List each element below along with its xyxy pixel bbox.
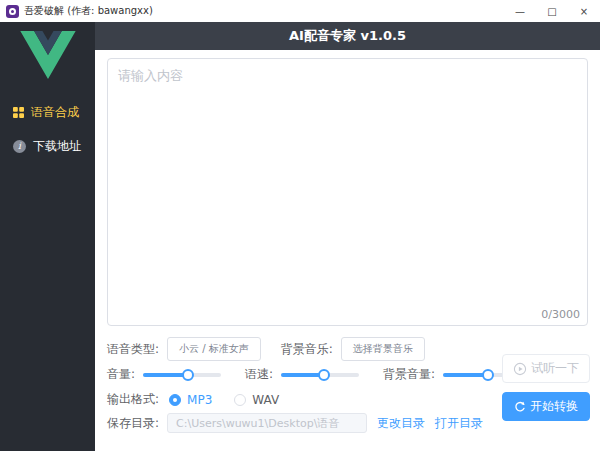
bg-volume-slider: 背景音量: <box>383 366 521 383</box>
sidebar-item-download-address[interactable]: i 下载地址 <box>0 129 95 163</box>
output-format-row: 输出格式: MP3 WAV <box>107 391 301 408</box>
maximize-button[interactable]: □ <box>536 0 568 22</box>
slider-thumb[interactable] <box>182 369 194 381</box>
output-format-label: 输出格式: <box>107 391 159 408</box>
voice-type-button[interactable]: 小云 / 标准女声 <box>167 337 261 361</box>
sidebar-item-label: 语音合成 <box>31 104 79 121</box>
preview-button[interactable]: 试听一下 <box>502 354 590 383</box>
grid-menu-icon <box>13 107 24 118</box>
info-icon: i <box>13 140 26 153</box>
radio-wav[interactable]: WAV <box>234 393 279 407</box>
open-dir-link[interactable]: 打开目录 <box>435 415 483 432</box>
refresh-icon <box>514 401 526 413</box>
convert-button-label: 开始转换 <box>530 398 578 415</box>
volume-slider-track[interactable] <box>143 373 221 377</box>
play-circle-icon <box>513 362 527 376</box>
voice-type-label: 语音类型: <box>107 341 159 358</box>
char-counter: 0/3000 <box>541 308 580 321</box>
bg-music-label: 背景音乐: <box>281 341 333 358</box>
save-dir-row: 保存目录: 更改目录 打开目录 <box>107 413 483 433</box>
app-window: 吾爱破解 (作者: bawangxx) — □ × 语音合成 <box>0 0 600 451</box>
titlebar: 吾爱破解 (作者: bawangxx) — □ × <box>0 0 600 22</box>
page-title: AI配音专家 v1.0.5 <box>289 28 406 43</box>
content-input[interactable] <box>107 58 588 326</box>
preview-button-label: 试听一下 <box>531 360 579 377</box>
sidebar-menu: 语音合成 i 下载地址 <box>0 95 95 163</box>
app-header: AI配音专家 v1.0.5 <box>95 22 600 50</box>
sidebar: 语音合成 i 下载地址 <box>0 22 95 451</box>
change-dir-link[interactable]: 更改目录 <box>377 415 425 432</box>
speed-slider-track[interactable] <box>281 373 359 377</box>
convert-button[interactable]: 开始转换 <box>502 392 590 421</box>
bg-volume-label: 背景音量: <box>383 366 435 383</box>
sliders-row: 音量: 语速: 背景音量: <box>107 366 545 383</box>
minimize-button[interactable]: — <box>504 0 536 22</box>
volume-label: 音量: <box>107 366 135 383</box>
save-dir-label: 保存目录: <box>107 415 159 432</box>
slider-thumb[interactable] <box>482 369 494 381</box>
radio-circle-icon <box>234 394 246 406</box>
radio-mp3[interactable]: MP3 <box>169 393 212 407</box>
main-content: 0/3000 语音类型: 小云 / 标准女声 背景音乐: 选择背景音乐 音量: … <box>95 50 600 451</box>
sidebar-item-voice-synthesis[interactable]: 语音合成 <box>0 95 95 129</box>
speed-slider: 语速: <box>245 366 359 383</box>
sidebar-item-label: 下载地址 <box>33 138 81 155</box>
app-icon <box>6 5 19 18</box>
vue-logo-icon <box>20 31 76 79</box>
close-button[interactable]: × <box>568 0 600 22</box>
text-editor: 0/3000 <box>107 58 588 326</box>
window-title: 吾爱破解 (作者: bawangxx) <box>24 4 153 18</box>
volume-slider: 音量: <box>107 366 221 383</box>
save-dir-input[interactable] <box>167 413 367 433</box>
speed-label: 语速: <box>245 366 273 383</box>
bg-music-button[interactable]: 选择背景音乐 <box>341 337 425 361</box>
slider-thumb[interactable] <box>318 369 330 381</box>
voice-options-row: 语音类型: 小云 / 标准女声 背景音乐: 选择背景音乐 <box>107 337 425 361</box>
radio-circle-icon <box>169 394 181 406</box>
window-controls: — □ × <box>504 0 600 22</box>
